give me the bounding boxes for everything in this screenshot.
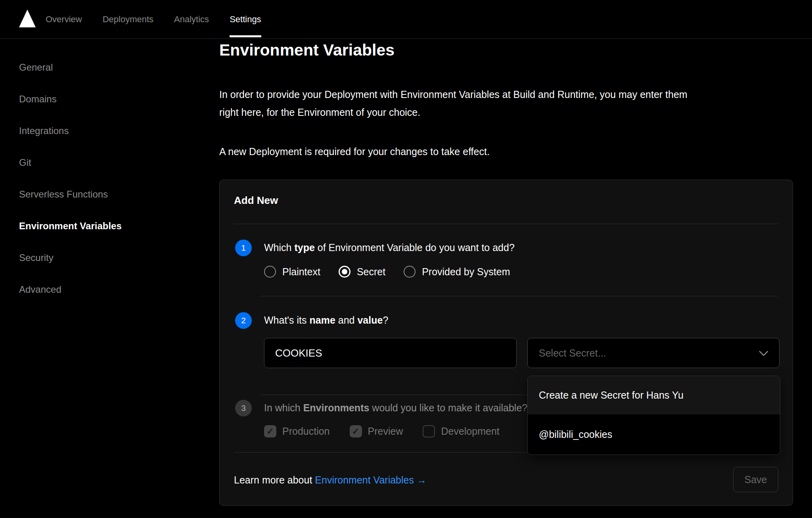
checkbox-preview[interactable]: ✓ Preview (350, 425, 403, 437)
top-navigation-bar: Overview Deployments Analytics Settings (0, 0, 812, 39)
page-title: Environment Variables (219, 41, 395, 59)
radio-secret-circle-icon[interactable] (339, 266, 350, 278)
sidebar-item-environment-variables[interactable]: Environment Variables (19, 210, 122, 242)
save-button[interactable]: Save (733, 467, 778, 492)
dropdown-item-bilibili-cookies[interactable]: @bilibili_cookies (528, 414, 780, 455)
add-new-card: Add New 1 Which type of Environment Vari… (219, 180, 793, 506)
sidebar-item-git[interactable]: Git (19, 147, 122, 178)
tab-overview[interactable]: Overview (46, 0, 82, 38)
environment-variables-docs-link[interactable]: Environment Variables → (315, 474, 427, 485)
step-2-question: What's its name and value? (264, 315, 388, 326)
checkbox-production-box-icon[interactable]: ✓ (264, 425, 276, 437)
learn-more-text: Learn more about Environment Variables → (234, 474, 427, 486)
dropdown-item-create-new-secret[interactable]: Create a new Secret for Hans Yu (528, 376, 780, 414)
tab-settings[interactable]: Settings (230, 0, 261, 38)
vercel-logo-icon (19, 10, 36, 27)
checkbox-production[interactable]: ✓ Production (264, 425, 330, 437)
intro-paragraph: In order to provide your Deployment with… (219, 86, 688, 121)
tab-deployments[interactable]: Deployments (103, 0, 153, 38)
radio-plaintext[interactable]: Plaintext (264, 266, 320, 278)
radio-provided-by-system-label: Provided by System (422, 266, 510, 278)
tab-analytics[interactable]: Analytics (174, 0, 209, 38)
variable-name-input[interactable] (264, 338, 517, 368)
radio-plaintext-label: Plaintext (282, 266, 320, 278)
step-1-divider (261, 296, 778, 296)
settings-sidebar: General Domains Integrations Git Serverl… (19, 52, 122, 305)
checkbox-preview-label: Preview (368, 426, 403, 437)
step-1-question: Which type of Environment Variable do yo… (264, 242, 515, 253)
card-title: Add New (234, 194, 278, 207)
checkbox-preview-box-icon[interactable]: ✓ (350, 425, 362, 437)
sidebar-item-general[interactable]: General (19, 52, 122, 83)
step-3-question: In which Environments would you like to … (264, 402, 527, 414)
checkbox-development-label: Development (441, 426, 499, 437)
environment-checkbox-group: ✓ Production ✓ Preview ✓ Development (264, 425, 500, 437)
sidebar-item-security[interactable]: Security (19, 242, 122, 274)
secret-dropdown-menu: Create a new Secret for Hans Yu @bilibil… (527, 376, 780, 455)
step-3-badge: 3 (235, 400, 252, 416)
checkmark-icon: ✓ (352, 427, 359, 436)
radio-secret[interactable]: Secret (339, 266, 385, 278)
sidebar-item-advanced[interactable]: Advanced (19, 274, 122, 305)
top-nav-links: Overview Deployments Analytics Settings (46, 0, 261, 38)
step-2-badge: 2 (235, 312, 252, 329)
sidebar-item-integrations[interactable]: Integrations (19, 115, 122, 147)
environment-variables-settings-page: Overview Deployments Analytics Settings … (0, 0, 812, 518)
checkmark-icon: ✓ (266, 427, 274, 436)
step-1-badge: 1 (235, 240, 252, 256)
chevron-down-icon (758, 349, 769, 357)
checkbox-production-label: Production (282, 426, 330, 437)
checkbox-development-box-icon[interactable]: ✓ (423, 425, 435, 437)
card-header-divider (234, 224, 779, 224)
radio-plaintext-circle-icon[interactable] (264, 266, 276, 278)
radio-provided-by-system[interactable]: Provided by System (404, 266, 510, 278)
secret-select[interactable]: Select Secret... (527, 338, 779, 368)
radio-provided-by-system-circle-icon[interactable] (404, 266, 416, 278)
sidebar-item-domains[interactable]: Domains (19, 83, 122, 115)
type-radio-group: Plaintext Secret Provided by System (264, 266, 510, 278)
secret-select-placeholder: Select Secret... (539, 347, 606, 359)
redeploy-note: A new Deployment is required for your ch… (219, 146, 490, 157)
checkbox-development[interactable]: ✓ Development (423, 425, 499, 437)
sidebar-item-serverless-functions[interactable]: Serverless Functions (19, 178, 122, 210)
radio-secret-label: Secret (357, 266, 385, 278)
